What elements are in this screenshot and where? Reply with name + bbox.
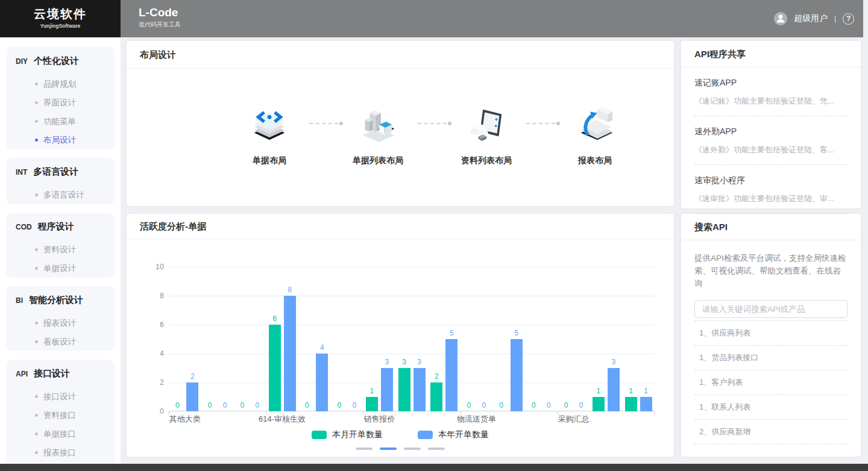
bullet-icon: [35, 139, 38, 142]
sidebar-item[interactable]: 单据设计: [6, 259, 115, 278]
bar-value-label: 0: [494, 401, 509, 410]
legend-item[interactable]: 本月开单数量: [312, 429, 383, 440]
search-result-item[interactable]: 1、供应商列表: [694, 321, 848, 345]
help-icon[interactable]: ?: [843, 13, 854, 25]
x-axis-tick-label: 614-审核生效: [259, 414, 306, 425]
chart-x-axis-labels: 其他大类614-审核生效销售报价物流送货单采购汇总: [169, 414, 655, 425]
header-divider: |: [834, 14, 836, 23]
separator: [694, 444, 848, 444]
api-share-item-title: 速外勤APP: [694, 126, 848, 137]
sidebar-item[interactable]: 报表接口: [6, 443, 115, 462]
bar-value-label: 2: [429, 372, 444, 381]
sidebar-item[interactable]: 资料接口: [6, 406, 115, 425]
sidebar-section-header: COD程序设计: [6, 221, 115, 233]
layout-item-document-list[interactable]: 单据列表布局: [342, 102, 414, 166]
data-list-layout-icon: [465, 102, 508, 145]
search-api-description: 提供API检索及平台调试，支持全局快速检索、可视化调试、帮助文档查看、在线咨询: [694, 252, 848, 290]
separator: [694, 116, 848, 116]
chart-bar: [414, 368, 426, 411]
layout-item-report[interactable]: 报表布局: [559, 102, 631, 166]
search-result-item[interactable]: 2、供应商新增: [694, 420, 848, 444]
bar-value-label: 0: [558, 401, 574, 410]
y-axis-tick-label: 10: [156, 263, 164, 271]
sidebar-section-badge: COD: [16, 223, 32, 231]
chart-bar: [284, 296, 296, 411]
sidebar-item-label: 品牌规划: [43, 79, 76, 90]
bullet-icon: [35, 101, 38, 104]
carousel-dash[interactable]: [356, 448, 373, 450]
search-result-item[interactable]: 1、货品列表接口: [694, 346, 848, 370]
bottom-bar: [0, 464, 868, 471]
bar-value-label: 0: [461, 401, 477, 410]
api-share-item-desc: 《速记账》功能主要包括验证登陆、凭...: [694, 96, 848, 107]
sidebar-item[interactable]: 单据接口: [6, 425, 115, 443]
sidebar-item-label: 资料接口: [43, 410, 76, 421]
sidebar-item[interactable]: 品牌规划: [6, 75, 115, 93]
sidebar-item[interactable]: 接口设计: [6, 387, 115, 406]
api-share-item[interactable]: 速外勤APP《速外勤》功能主要包括验证登陆、客...: [694, 126, 848, 155]
report-layout-icon: [574, 102, 616, 145]
sidebar-item[interactable]: 功能菜单: [6, 112, 115, 131]
sidebar-section: DIY个性化设计品牌规划界面设计功能菜单布局设计: [6, 47, 115, 149]
sidebar-item[interactable]: 多语言设计: [6, 186, 115, 204]
chart-bar: [511, 339, 523, 411]
sidebar-item-label: 布局设计: [43, 135, 76, 146]
bullet-icon: [35, 193, 38, 196]
sidebar-item[interactable]: 界面设计: [6, 93, 115, 112]
api-search-input[interactable]: [694, 300, 848, 318]
chart-bar: [269, 325, 281, 411]
user-avatar-icon[interactable]: [774, 12, 787, 25]
sidebar-section-header: INT多语言设计: [6, 166, 115, 178]
bar-value-label: 0: [250, 401, 265, 410]
bullet-icon: [35, 451, 38, 454]
api-share-item[interactable]: 速记账APP《速记账》功能主要包括验证登陆、凭...: [694, 78, 848, 107]
bar-value-label: 1: [364, 387, 380, 395]
bar-value-label: 2: [184, 372, 200, 381]
search-result-item[interactable]: 1、联系人列表: [694, 395, 848, 419]
y-axis-tick-label: 8: [160, 292, 164, 300]
sidebar-section-badge: INT: [16, 168, 27, 176]
chart-bar: [186, 382, 198, 411]
bar-value-label: 4: [314, 343, 330, 352]
bar-value-label: 0: [526, 401, 541, 410]
sidebar-section: COD程序设计资料设计单据设计: [6, 213, 115, 278]
bullet-icon: [35, 432, 38, 435]
bar-chart: 000600132000011200840335050031: [169, 267, 655, 411]
carousel-dash[interactable]: [404, 448, 421, 450]
x-axis-line: [169, 411, 655, 411]
sidebar-section-title: 多语言设计: [33, 166, 78, 178]
bullet-icon: [35, 267, 38, 270]
bar-value-label: 1: [638, 387, 654, 395]
bar-value-label: 0: [299, 401, 315, 410]
sidebar-item[interactable]: 看板设计: [6, 332, 115, 351]
sidebar-item[interactable]: 布局设计: [6, 131, 115, 149]
brand-logo: 云境软件 YunjingSoftware: [0, 0, 121, 37]
sidebar-item-label: 功能菜单: [43, 116, 76, 127]
sidebar-item[interactable]: 资料设计: [6, 240, 115, 259]
sidebar-section: BI智能分析设计报表设计看板设计: [6, 286, 115, 351]
search-result-item[interactable]: 1、客户列表: [694, 370, 848, 395]
sidebar-section-header: API接口设计: [6, 368, 115, 380]
carousel-dash[interactable]: [380, 448, 397, 450]
chart-legend: 本月开单数量本年开单数量: [127, 429, 674, 440]
bullet-icon: [35, 395, 38, 398]
bar-value-label: 0: [202, 401, 218, 410]
gridline: [169, 382, 655, 383]
api-share-item[interactable]: 速审批小程序《速审批》功能主要包括验证登陆、审...: [694, 175, 848, 204]
y-axis-tick-label: 6: [160, 320, 164, 329]
chart-bar: [398, 368, 410, 411]
y-axis-tick-label: 2: [160, 378, 164, 387]
app-name: L-Code: [139, 6, 181, 19]
layout-item-data-list[interactable]: 资料列表布局: [450, 102, 523, 166]
brand-name: 云境软件: [0, 0, 121, 22]
legend-item[interactable]: 本年开单数量: [418, 429, 489, 440]
header-user-area: 超级用户 | ?: [774, 0, 854, 37]
carousel-dash[interactable]: [428, 448, 445, 450]
api-share-title: API程序共享: [681, 41, 861, 67]
gridline: [169, 354, 655, 354]
search-api-body: 提供API检索及平台调试，支持全局快速检索、可视化调试、帮助文档查看、在线咨询 …: [681, 240, 861, 444]
sidebar-item[interactable]: 报表设计: [6, 314, 115, 332]
username[interactable]: 超级用户: [794, 13, 828, 24]
bar-value-label: 0: [234, 401, 250, 410]
layout-item-document[interactable]: 单据布局: [233, 102, 306, 166]
